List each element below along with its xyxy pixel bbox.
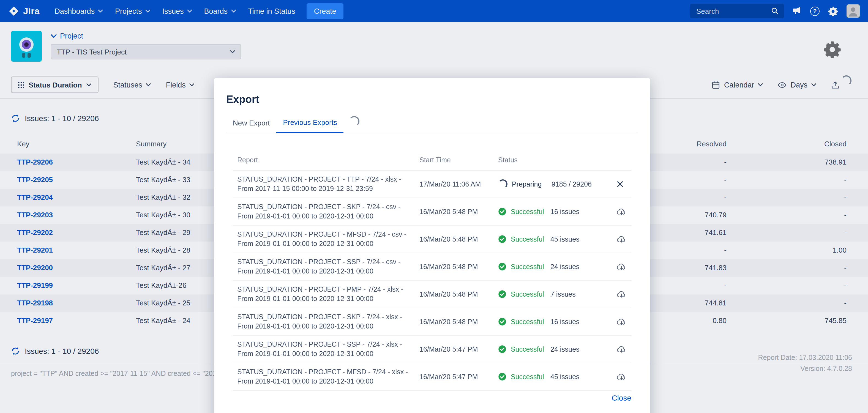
success-check-icon	[498, 373, 506, 381]
download-export-icon[interactable]	[616, 289, 626, 299]
success-check-icon	[498, 290, 506, 298]
modal-tabs: New Export Previous Exports	[226, 114, 638, 133]
export-action	[612, 234, 631, 244]
export-status-detail: 16 issues	[550, 208, 580, 216]
export-report-line2: From 2019-01-01 00:00 to 2020-12-31 00:0…	[237, 294, 415, 303]
export-start-time: 16/Mar/20 5:47 PM	[415, 373, 494, 381]
export-row: STATUS_DURATION - PROJECT - SKP - 7/24 -…	[233, 198, 631, 226]
export-report: STATUS_DURATION - PROJECT - MFSD - 7/24 …	[233, 368, 415, 386]
export-report-line2: From 2019-01-01 00:00 to 2020-12-31 00:0…	[237, 322, 415, 331]
export-status: Successful 45 issues	[494, 235, 612, 243]
success-check-icon	[498, 262, 506, 271]
export-report-line1: STATUS_DURATION - PROJECT - TTP - 7/24 -…	[237, 175, 415, 184]
download-export-icon[interactable]	[616, 207, 626, 216]
export-row: STATUS_DURATION - PROJECT - PMP - 7/24 -…	[233, 281, 631, 308]
export-modal: Export New Export Previous Exports Repor…	[214, 78, 650, 413]
download-export-icon[interactable]	[616, 372, 626, 381]
success-check-icon	[498, 345, 506, 353]
export-status-label: Preparing	[512, 180, 547, 188]
tab-new-export[interactable]: New Export	[226, 114, 276, 132]
preparing-spinner-icon	[498, 180, 507, 189]
export-report-line2: From 2019-01-01 00:00 to 2020-12-31 00:0…	[237, 212, 415, 221]
download-export-icon[interactable]	[616, 317, 626, 326]
export-row: STATUS_DURATION - PROJECT - SSP - 7/24 -…	[233, 336, 631, 363]
download-export-icon[interactable]	[616, 345, 626, 354]
export-row: STATUS_DURATION - PROJECT - SKP - 7/24 -…	[233, 308, 631, 336]
export-status-label: Successful	[511, 373, 546, 381]
export-status: Successful 24 issues	[494, 262, 612, 271]
export-report: STATUS_DURATION - PROJECT - SSP - 7/24 -…	[233, 258, 415, 276]
success-check-icon	[498, 318, 506, 326]
export-status-detail: 7 issues	[550, 290, 576, 298]
export-report-line1: STATUS_DURATION - PROJECT - SKP - 7/24 -…	[237, 202, 415, 212]
export-report-line1: STATUS_DURATION - PROJECT - PMP - 7/24 -…	[237, 285, 415, 294]
export-start-time: 16/Mar/20 5:48 PM	[415, 208, 494, 216]
export-status: Successful 16 issues	[494, 318, 612, 326]
export-report: STATUS_DURATION - PROJECT - SKP - 7/24 -…	[233, 202, 415, 221]
tab-previous-exports[interactable]: Previous Exports	[276, 114, 344, 133]
export-status-detail: 9185 / 29206	[552, 180, 592, 188]
export-status-label: Successful	[511, 263, 546, 271]
export-report-line2: From 2019-01-01 00:00 to 2020-12-31 00:0…	[237, 239, 415, 248]
export-action	[612, 289, 631, 299]
export-report: STATUS_DURATION - PROJECT - TTP - 7/24 -…	[233, 175, 415, 193]
download-export-icon[interactable]	[616, 262, 626, 271]
export-status: Successful 45 issues	[494, 373, 612, 381]
export-report: STATUS_DURATION - PROJECT - SKP - 7/24 -…	[233, 313, 415, 331]
success-check-icon	[498, 235, 506, 243]
export-report-line1: STATUS_DURATION - PROJECT - MFSD - 7/24 …	[237, 230, 415, 239]
export-action	[612, 262, 631, 271]
export-status-label: Successful	[511, 235, 546, 243]
export-start-time: 17/Mar/20 11:06 AM	[415, 180, 494, 188]
export-report: STATUS_DURATION - PROJECT - MFSD - 7/24 …	[233, 230, 415, 248]
export-report-line1: STATUS_DURATION - PROJECT - SSP - 7/24 -…	[237, 340, 415, 349]
export-report-line2: From 2019-01-01 00:00 to 2020-12-31 00:0…	[237, 349, 415, 358]
export-action	[612, 372, 631, 381]
export-action	[612, 181, 631, 188]
export-status: Successful 24 issues	[494, 345, 612, 353]
close-button[interactable]: Close	[612, 393, 631, 402]
export-start-time: 16/Mar/20 5:48 PM	[415, 235, 494, 243]
export-action	[612, 317, 631, 326]
export-status-label: Successful	[511, 290, 546, 298]
export-rows: STATUS_DURATION - PROJECT - TTP - 7/24 -…	[233, 170, 631, 391]
export-column-status: Status	[494, 156, 612, 164]
export-start-time: 16/Mar/20 5:48 PM	[415, 263, 494, 271]
export-status-detail: 24 issues	[550, 263, 580, 271]
export-report-line1: STATUS_DURATION - PROJECT - SKP - 7/24 -…	[237, 313, 415, 322]
export-row: STATUS_DURATION - PROJECT - MFSD - 7/24 …	[233, 363, 631, 391]
export-status: Preparing 9185 / 29206	[494, 180, 612, 189]
export-report-line1: STATUS_DURATION - PROJECT - SSP - 7/24 -…	[237, 258, 415, 266]
export-report: STATUS_DURATION - PROJECT - PMP - 7/24 -…	[233, 285, 415, 303]
export-action	[612, 345, 631, 354]
app: Jira Dashboards Projects Issues Boards T…	[0, 0, 868, 413]
export-status-detail: 24 issues	[550, 345, 580, 353]
export-status-detail: 16 issues	[550, 318, 580, 325]
cancel-export-icon[interactable]	[616, 181, 624, 188]
export-report: STATUS_DURATION - PROJECT - SSP - 7/24 -…	[233, 340, 415, 358]
export-row: STATUS_DURATION - PROJECT - SSP - 7/24 -…	[233, 253, 631, 281]
export-start-time: 16/Mar/20 5:48 PM	[415, 290, 494, 298]
tab-loading-spinner	[349, 116, 360, 126]
export-report-line2: From 2019-01-01 00:00 to 2020-12-31 00:0…	[237, 377, 415, 386]
success-check-icon	[498, 208, 506, 216]
export-table-header: Report Start Time Status	[233, 156, 631, 170]
export-status-label: Successful	[511, 318, 546, 325]
export-action	[612, 207, 631, 216]
export-start-time: 16/Mar/20 5:47 PM	[415, 345, 494, 353]
export-row: STATUS_DURATION - PROJECT - MFSD - 7/24 …	[233, 226, 631, 253]
export-row: STATUS_DURATION - PROJECT - TTP - 7/24 -…	[233, 170, 631, 198]
export-column-report: Report	[233, 156, 415, 164]
export-start-time: 16/Mar/20 5:48 PM	[415, 318, 494, 325]
export-status-label: Successful	[511, 345, 546, 353]
export-status-label: Successful	[511, 208, 546, 216]
export-status: Successful 16 issues	[494, 208, 612, 216]
export-status-detail: 45 issues	[550, 235, 580, 243]
export-status: Successful 7 issues	[494, 290, 612, 298]
export-report-line1: STATUS_DURATION - PROJECT - MFSD - 7/24 …	[237, 368, 415, 377]
download-export-icon[interactable]	[616, 234, 626, 244]
export-status-detail: 45 issues	[550, 373, 580, 381]
modal-title: Export	[226, 94, 650, 106]
export-column-start-time: Start Time	[415, 156, 494, 164]
export-report-line2: From 2017-11-15 00:00 to 2019-12-31 23:5…	[237, 184, 415, 193]
